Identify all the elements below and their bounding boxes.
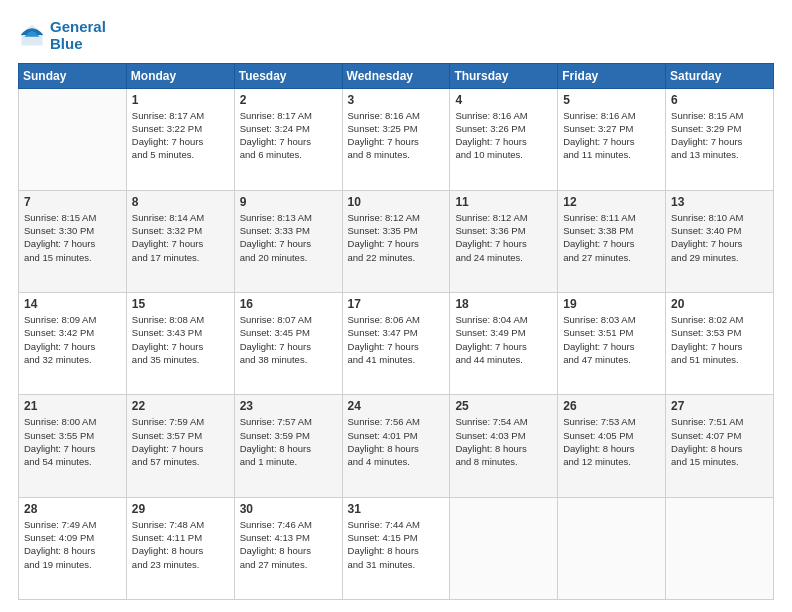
day-info: Sunrise: 8:17 AM Sunset: 3:24 PM Dayligh… [240,109,337,162]
day-info: Sunrise: 7:49 AM Sunset: 4:09 PM Dayligh… [24,518,121,571]
logo-text: General Blue [50,18,106,53]
day-number: 3 [348,93,445,107]
day-number: 26 [563,399,660,413]
calendar-cell: 23Sunrise: 7:57 AM Sunset: 3:59 PM Dayli… [234,395,342,497]
calendar-week-row: 1Sunrise: 8:17 AM Sunset: 3:22 PM Daylig… [19,88,774,190]
weekday-header-monday: Monday [126,63,234,88]
calendar-week-row: 21Sunrise: 8:00 AM Sunset: 3:55 PM Dayli… [19,395,774,497]
weekday-header-thursday: Thursday [450,63,558,88]
calendar-cell: 25Sunrise: 7:54 AM Sunset: 4:03 PM Dayli… [450,395,558,497]
day-number: 13 [671,195,768,209]
day-info: Sunrise: 7:57 AM Sunset: 3:59 PM Dayligh… [240,415,337,468]
day-info: Sunrise: 7:51 AM Sunset: 4:07 PM Dayligh… [671,415,768,468]
calendar-cell: 4Sunrise: 8:16 AM Sunset: 3:26 PM Daylig… [450,88,558,190]
header: General Blue [18,18,774,53]
calendar-cell: 27Sunrise: 7:51 AM Sunset: 4:07 PM Dayli… [666,395,774,497]
day-number: 29 [132,502,229,516]
day-info: Sunrise: 8:09 AM Sunset: 3:42 PM Dayligh… [24,313,121,366]
calendar-cell: 15Sunrise: 8:08 AM Sunset: 3:43 PM Dayli… [126,293,234,395]
day-info: Sunrise: 8:11 AM Sunset: 3:38 PM Dayligh… [563,211,660,264]
day-info: Sunrise: 8:16 AM Sunset: 3:27 PM Dayligh… [563,109,660,162]
calendar-cell: 11Sunrise: 8:12 AM Sunset: 3:36 PM Dayli… [450,190,558,292]
calendar-cell: 12Sunrise: 8:11 AM Sunset: 3:38 PM Dayli… [558,190,666,292]
calendar-cell: 7Sunrise: 8:15 AM Sunset: 3:30 PM Daylig… [19,190,127,292]
calendar-cell [558,497,666,599]
day-info: Sunrise: 7:56 AM Sunset: 4:01 PM Dayligh… [348,415,445,468]
day-number: 25 [455,399,552,413]
day-number: 11 [455,195,552,209]
calendar-week-row: 14Sunrise: 8:09 AM Sunset: 3:42 PM Dayli… [19,293,774,395]
logo-icon [18,21,46,49]
calendar-cell: 31Sunrise: 7:44 AM Sunset: 4:15 PM Dayli… [342,497,450,599]
calendar-week-row: 7Sunrise: 8:15 AM Sunset: 3:30 PM Daylig… [19,190,774,292]
day-info: Sunrise: 8:02 AM Sunset: 3:53 PM Dayligh… [671,313,768,366]
day-info: Sunrise: 8:10 AM Sunset: 3:40 PM Dayligh… [671,211,768,264]
calendar-cell: 13Sunrise: 8:10 AM Sunset: 3:40 PM Dayli… [666,190,774,292]
calendar-cell: 2Sunrise: 8:17 AM Sunset: 3:24 PM Daylig… [234,88,342,190]
day-info: Sunrise: 8:15 AM Sunset: 3:30 PM Dayligh… [24,211,121,264]
calendar-cell: 10Sunrise: 8:12 AM Sunset: 3:35 PM Dayli… [342,190,450,292]
day-info: Sunrise: 8:06 AM Sunset: 3:47 PM Dayligh… [348,313,445,366]
day-info: Sunrise: 8:04 AM Sunset: 3:49 PM Dayligh… [455,313,552,366]
calendar-cell: 1Sunrise: 8:17 AM Sunset: 3:22 PM Daylig… [126,88,234,190]
day-info: Sunrise: 7:46 AM Sunset: 4:13 PM Dayligh… [240,518,337,571]
day-number: 9 [240,195,337,209]
day-info: Sunrise: 7:59 AM Sunset: 3:57 PM Dayligh… [132,415,229,468]
day-number: 30 [240,502,337,516]
calendar-week-row: 28Sunrise: 7:49 AM Sunset: 4:09 PM Dayli… [19,497,774,599]
calendar-cell [666,497,774,599]
calendar-cell: 16Sunrise: 8:07 AM Sunset: 3:45 PM Dayli… [234,293,342,395]
weekday-header-wednesday: Wednesday [342,63,450,88]
day-number: 10 [348,195,445,209]
calendar-cell: 18Sunrise: 8:04 AM Sunset: 3:49 PM Dayli… [450,293,558,395]
logo: General Blue [18,18,106,53]
day-number: 28 [24,502,121,516]
day-number: 31 [348,502,445,516]
day-number: 18 [455,297,552,311]
calendar-cell: 21Sunrise: 8:00 AM Sunset: 3:55 PM Dayli… [19,395,127,497]
day-number: 22 [132,399,229,413]
day-number: 20 [671,297,768,311]
day-info: Sunrise: 7:54 AM Sunset: 4:03 PM Dayligh… [455,415,552,468]
day-number: 23 [240,399,337,413]
weekday-header-sunday: Sunday [19,63,127,88]
page: General Blue SundayMondayTuesdayWednesda… [0,0,792,612]
weekday-header-tuesday: Tuesday [234,63,342,88]
day-number: 12 [563,195,660,209]
calendar-cell: 26Sunrise: 7:53 AM Sunset: 4:05 PM Dayli… [558,395,666,497]
day-number: 19 [563,297,660,311]
calendar-cell: 6Sunrise: 8:15 AM Sunset: 3:29 PM Daylig… [666,88,774,190]
day-number: 21 [24,399,121,413]
day-number: 8 [132,195,229,209]
weekday-header-saturday: Saturday [666,63,774,88]
calendar-cell: 20Sunrise: 8:02 AM Sunset: 3:53 PM Dayli… [666,293,774,395]
day-number: 17 [348,297,445,311]
day-number: 14 [24,297,121,311]
calendar-table: SundayMondayTuesdayWednesdayThursdayFrid… [18,63,774,601]
calendar-cell: 9Sunrise: 8:13 AM Sunset: 3:33 PM Daylig… [234,190,342,292]
day-number: 16 [240,297,337,311]
day-info: Sunrise: 8:12 AM Sunset: 3:35 PM Dayligh… [348,211,445,264]
calendar-cell [450,497,558,599]
day-number: 1 [132,93,229,107]
calendar-cell: 8Sunrise: 8:14 AM Sunset: 3:32 PM Daylig… [126,190,234,292]
day-info: Sunrise: 8:08 AM Sunset: 3:43 PM Dayligh… [132,313,229,366]
calendar-cell: 28Sunrise: 7:49 AM Sunset: 4:09 PM Dayli… [19,497,127,599]
calendar-cell: 24Sunrise: 7:56 AM Sunset: 4:01 PM Dayli… [342,395,450,497]
day-info: Sunrise: 8:17 AM Sunset: 3:22 PM Dayligh… [132,109,229,162]
day-number: 6 [671,93,768,107]
day-info: Sunrise: 8:16 AM Sunset: 3:26 PM Dayligh… [455,109,552,162]
calendar-cell: 19Sunrise: 8:03 AM Sunset: 3:51 PM Dayli… [558,293,666,395]
day-info: Sunrise: 8:03 AM Sunset: 3:51 PM Dayligh… [563,313,660,366]
day-info: Sunrise: 8:13 AM Sunset: 3:33 PM Dayligh… [240,211,337,264]
calendar-cell: 30Sunrise: 7:46 AM Sunset: 4:13 PM Dayli… [234,497,342,599]
day-info: Sunrise: 7:48 AM Sunset: 4:11 PM Dayligh… [132,518,229,571]
day-info: Sunrise: 8:07 AM Sunset: 3:45 PM Dayligh… [240,313,337,366]
calendar-cell: 29Sunrise: 7:48 AM Sunset: 4:11 PM Dayli… [126,497,234,599]
day-info: Sunrise: 7:44 AM Sunset: 4:15 PM Dayligh… [348,518,445,571]
day-info: Sunrise: 8:12 AM Sunset: 3:36 PM Dayligh… [455,211,552,264]
day-number: 7 [24,195,121,209]
day-info: Sunrise: 8:15 AM Sunset: 3:29 PM Dayligh… [671,109,768,162]
day-info: Sunrise: 7:53 AM Sunset: 4:05 PM Dayligh… [563,415,660,468]
day-number: 15 [132,297,229,311]
